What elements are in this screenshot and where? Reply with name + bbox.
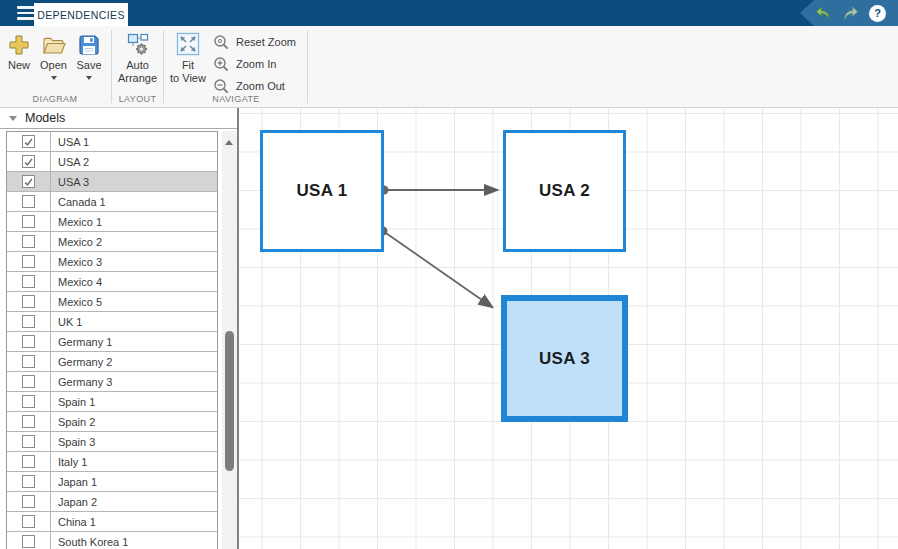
checkbox-unchecked[interactable] (22, 295, 35, 308)
zoom-in-button[interactable]: Zoom In (211, 53, 307, 75)
group-separator (111, 30, 112, 103)
fit-to-view-label-2: to View (170, 72, 206, 85)
reset-zoom-button[interactable]: Reset Zoom (211, 31, 307, 53)
checkbox-unchecked[interactable] (22, 315, 35, 328)
tab-label: DEPENDENCIES (37, 9, 125, 21)
model-row[interactable]: UK 1 (7, 312, 217, 332)
model-row[interactable]: South Korea 1 (7, 532, 217, 549)
checkbox-cell (7, 152, 51, 171)
auto-arrange-icon (126, 29, 150, 56)
checkbox-unchecked[interactable] (22, 475, 35, 488)
scroll-up-arrow-icon[interactable] (225, 140, 233, 145)
model-label: Mexico 1 (51, 212, 217, 231)
model-row[interactable]: USA 2 (7, 152, 217, 172)
save-label: Save (76, 59, 101, 72)
dependency-edge[interactable] (383, 231, 492, 307)
checkbox-unchecked[interactable] (22, 235, 35, 248)
model-label: Japan 1 (51, 472, 217, 491)
help-icon[interactable]: ? (869, 5, 886, 22)
model-row[interactable]: Germany 3 (7, 372, 217, 392)
model-label: Germany 1 (51, 332, 217, 351)
checkbox-cell (7, 212, 51, 231)
model-label: Japan 2 (51, 492, 217, 511)
model-row[interactable]: China 1 (7, 512, 217, 532)
undo-arrow-glyph (815, 6, 832, 21)
model-row[interactable]: Mexico 3 (7, 252, 217, 272)
checkbox-cell (7, 432, 51, 451)
model-row[interactable]: Spain 3 (7, 432, 217, 452)
model-row[interactable]: Germany 2 (7, 352, 217, 372)
section-diagram: DIAGRAM (0, 94, 110, 104)
diagram-node[interactable]: USA 3 (501, 295, 628, 422)
model-list: USA 1USA 2USA 3Canada 1Mexico 1Mexico 2M… (6, 131, 218, 549)
toolbar-ribbon: New Open (0, 26, 898, 108)
checkbox-unchecked[interactable] (22, 535, 35, 548)
scrollbar-thumb[interactable] (225, 331, 234, 471)
checkbox-unchecked[interactable] (22, 215, 35, 228)
model-label: Italy 1 (51, 452, 217, 471)
checkbox-checked[interactable] (22, 155, 35, 168)
checkbox-cell (7, 232, 51, 251)
model-label: Mexico 4 (51, 272, 217, 291)
model-row[interactable]: Japan 2 (7, 492, 217, 512)
checkbox-cell (7, 172, 51, 191)
checkbox-cell (7, 532, 51, 549)
model-row[interactable]: Spain 1 (7, 392, 217, 412)
checkbox-checked[interactable] (22, 135, 35, 148)
model-row[interactable]: Canada 1 (7, 192, 217, 212)
model-row[interactable]: USA 3 (7, 172, 217, 192)
model-label: China 1 (51, 512, 217, 531)
model-label: Mexico 3 (51, 252, 217, 271)
checkbox-unchecked[interactable] (22, 275, 35, 288)
checkbox-cell (7, 252, 51, 271)
undo-icon[interactable] (815, 6, 832, 21)
model-row[interactable]: Germany 1 (7, 332, 217, 352)
model-row[interactable]: Mexico 2 (7, 232, 217, 252)
section-navigate: NAVIGATE (165, 94, 307, 104)
model-row[interactable]: Spain 2 (7, 412, 217, 432)
section-layout: LAYOUT (112, 94, 163, 104)
new-label: New (8, 59, 30, 72)
save-dropdown-caret-icon[interactable] (86, 76, 92, 80)
checkbox-cell (7, 512, 51, 531)
model-row[interactable]: Mexico 1 (7, 212, 217, 232)
collapse-chevron-icon[interactable] (9, 116, 17, 121)
checkbox-checked[interactable] (22, 175, 35, 188)
fit-to-view-label-1: Fit (182, 59, 194, 72)
checkbox-unchecked[interactable] (22, 375, 35, 388)
checkbox-unchecked[interactable] (22, 395, 35, 408)
save-floppy-icon (78, 29, 100, 56)
model-label: UK 1 (51, 312, 217, 331)
model-row[interactable]: USA 1 (7, 132, 217, 152)
models-panel-title: Models (25, 111, 65, 125)
model-row[interactable]: Mexico 5 (7, 292, 217, 312)
checkbox-cell (7, 392, 51, 411)
model-row[interactable]: Japan 1 (7, 472, 217, 492)
models-panel-header: Models (0, 108, 237, 129)
redo-icon[interactable] (842, 6, 859, 21)
checkbox-unchecked[interactable] (22, 355, 35, 368)
model-row[interactable]: Mexico 4 (7, 272, 217, 292)
open-dropdown-caret-icon[interactable] (51, 76, 57, 80)
checkbox-unchecked[interactable] (22, 495, 35, 508)
checkbox-cell (7, 312, 51, 331)
models-scrollbar[interactable] (222, 131, 237, 549)
diagram-node[interactable]: USA 2 (503, 130, 626, 252)
checkbox-unchecked[interactable] (22, 435, 35, 448)
diagram-canvas[interactable]: USA 1USA 2USA 3 (239, 108, 898, 549)
checkbox-cell (7, 472, 51, 491)
checkbox-unchecked[interactable] (22, 195, 35, 208)
check-icon (23, 176, 34, 188)
checkbox-unchecked[interactable] (22, 335, 35, 348)
checkbox-unchecked[interactable] (22, 515, 35, 528)
tab-dependencies[interactable]: DEPENDENCIES (34, 3, 128, 26)
checkbox-unchecked[interactable] (22, 255, 35, 268)
auto-arrange-label-1: Auto (126, 59, 149, 72)
model-label: Mexico 5 (51, 292, 217, 311)
diagram-node[interactable]: USA 1 (260, 130, 384, 252)
checkbox-unchecked[interactable] (22, 455, 35, 468)
checkbox-cell (7, 452, 51, 471)
zoom-out-label: Zoom Out (236, 80, 285, 92)
model-row[interactable]: Italy 1 (7, 452, 217, 472)
checkbox-unchecked[interactable] (22, 415, 35, 428)
